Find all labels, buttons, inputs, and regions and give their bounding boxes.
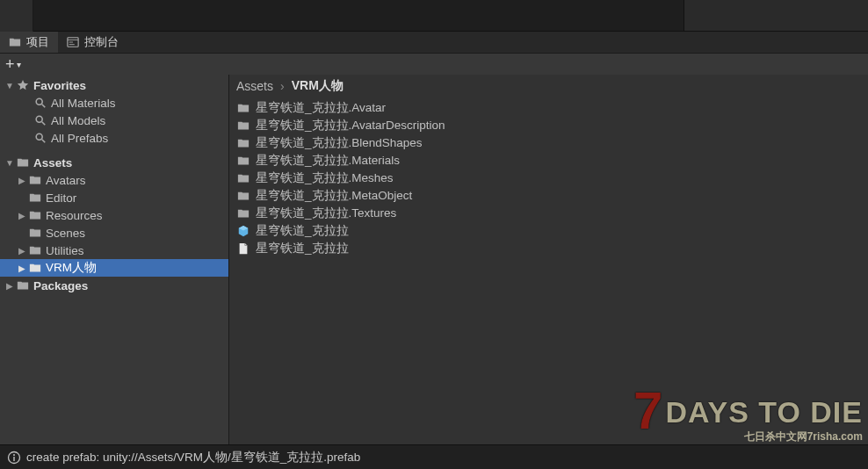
expand-arrow-icon: ▶ [16,246,28,256]
content-panel: Assets › VRM人物 星穹铁道_克拉拉.Avatar星穹铁道_克拉拉.A… [228,75,868,444]
expand-arrow-icon: ▼ [4,158,16,168]
expand-arrow-icon: ▶ [16,176,28,185]
folder-icon [237,207,250,220]
panel-tabs: 项目 控制台 [0,32,868,54]
sidebar-item-editor[interactable]: Editor [0,189,228,206]
plus-icon: + [5,55,15,74]
console-icon [67,36,79,48]
chevron-right-icon: › [280,79,285,93]
file-icon [237,242,250,255]
search-icon [34,114,47,126]
sidebar-item-scenes[interactable]: Scenes [0,224,228,242]
file-item[interactable]: 星穹铁道_克拉拉.Avatar [236,99,861,117]
sidebar-item-avatars[interactable]: ▶ Avatars [0,171,228,189]
file-label: 星穹铁道_克拉拉 [256,241,349,256]
file-item[interactable]: 星穹铁道_克拉拉.AvatarDescription [236,117,861,134]
folder-icon [17,156,29,169]
search-icon [34,97,47,109]
assets-header[interactable]: ▼ Assets [0,154,228,171]
sidebar-item-utilities[interactable]: ▶ Utilities [0,242,228,259]
star-icon [17,79,29,91]
expand-arrow-icon: ▶ [4,281,16,291]
sidebar-item-vrm[interactable]: ▶ VRM人物 [0,259,228,277]
file-label: 星穹铁道_克拉拉.Textures [256,206,396,221]
file-list[interactable]: 星穹铁道_克拉拉.Avatar星穹铁道_克拉拉.AvatarDescriptio… [229,97,868,444]
dropdown-caret-icon: ▾ [17,60,21,69]
file-item[interactable]: 星穹铁道_克拉拉.MetaObject [236,187,861,205]
favorites-header[interactable]: ▼ Favorites [0,76,228,94]
folder-icon [29,244,41,256]
tab-label: 控制台 [84,34,119,50]
favorite-all-materials[interactable]: All Materials [0,94,228,112]
search-icon [34,132,47,144]
folder-icon [237,155,250,167]
expand-arrow-icon: ▼ [4,81,16,90]
file-item[interactable]: 星穹铁道_克拉拉.Textures [236,205,861,222]
file-item[interactable]: 星穹铁道_克拉拉.BlendShapes [236,134,861,152]
breadcrumb: Assets › VRM人物 [229,75,868,97]
file-item[interactable]: 星穹铁道_克拉拉 [236,240,861,257]
file-label: 星穹铁道_克拉拉.Materials [256,153,400,169]
tab-project[interactable]: 项目 [0,32,58,53]
add-button[interactable]: + ▾ [5,55,21,74]
folder-icon [237,102,250,114]
breadcrumb-current[interactable]: VRM人物 [292,78,344,94]
folder-icon [237,190,250,202]
file-item[interactable]: 星穹铁道_克拉拉.Materials [236,152,861,170]
folder-icon [29,262,41,274]
file-label: 星穹铁道_克拉拉.MetaObject [256,188,412,204]
folder-icon [29,227,41,239]
expand-arrow-icon: ▶ [16,211,28,220]
file-label: 星穹铁道_克拉拉 [256,223,349,239]
tab-console[interactable]: 控制台 [58,32,127,53]
project-toolbar: + ▾ [0,54,868,75]
folder-icon [17,279,29,292]
tab-label: 项目 [26,34,49,50]
sidebar-item-resources[interactable]: ▶ Resources [0,206,228,224]
breadcrumb-root[interactable]: Assets [236,79,273,93]
folder-icon [237,172,250,184]
folder-icon [29,209,41,221]
favorite-all-prefabs[interactable]: All Prefabs [0,129,228,147]
folder-icon [29,191,41,204]
favorite-all-models[interactable]: All Models [0,112,228,129]
file-label: 星穹铁道_克拉拉.Meshes [256,170,394,186]
folder-icon [237,137,250,149]
file-label: 星穹铁道_克拉拉.BlendShapes [256,135,423,151]
folder-icon [237,119,250,132]
status-message: create prefab: unity://Assets/VRM人物/星穹铁道… [26,450,360,465]
folder-icon [29,174,41,186]
status-bar: create prefab: unity://Assets/VRM人物/星穹铁道… [0,444,868,469]
expand-arrow-icon: ▶ [16,263,28,273]
folder-icon [9,36,21,48]
info-icon [7,451,21,465]
file-item[interactable]: 星穹铁道_克拉拉.Meshes [236,170,861,187]
prefab-icon [237,225,250,237]
top-filler [0,0,868,32]
file-item[interactable]: 星穹铁道_克拉拉 [236,222,861,240]
packages-header[interactable]: ▶ Packages [0,277,228,294]
file-label: 星穹铁道_克拉拉.Avatar [256,100,386,116]
project-sidebar: ▼ Favorites All Materials All Models All… [0,75,228,444]
file-label: 星穹铁道_克拉拉.AvatarDescription [256,118,445,133]
